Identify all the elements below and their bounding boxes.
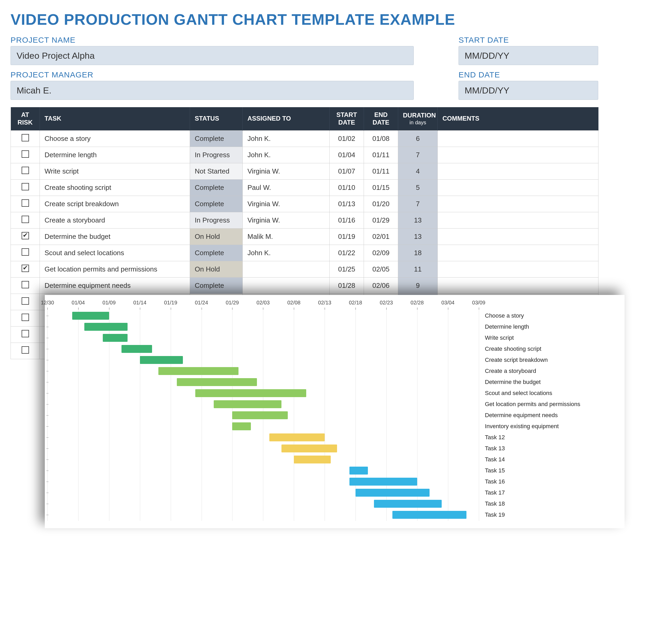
start-cell[interactable]: 01/19 [330, 228, 364, 245]
at-risk-checkbox[interactable] [22, 313, 29, 321]
task-cell[interactable]: Create shooting script [40, 179, 190, 196]
task-cell[interactable]: Get location permits and permissions [40, 261, 190, 277]
duration-cell[interactable]: 18 [398, 245, 438, 261]
task-cell[interactable]: Determine length [40, 147, 190, 163]
end-cell[interactable]: 02/01 [364, 228, 398, 245]
at-risk-checkbox[interactable] [22, 150, 29, 158]
gantt-series-label: Task 15 [485, 465, 622, 476]
start-cell[interactable]: 01/22 [330, 245, 364, 261]
duration-cell[interactable]: 7 [398, 196, 438, 212]
end-cell[interactable]: 01/20 [364, 196, 398, 212]
assigned-cell[interactable]: John K. [243, 245, 330, 261]
start-cell[interactable]: 01/28 [330, 277, 364, 294]
comments-cell[interactable] [438, 277, 598, 294]
duration-cell[interactable]: 7 [398, 147, 438, 163]
table-row: Scout and select locationsCompleteJohn K… [11, 245, 598, 261]
at-risk-checkbox[interactable] [22, 330, 29, 337]
at-risk-checkbox[interactable] [22, 134, 29, 142]
at-risk-checkbox[interactable] [22, 264, 29, 272]
assigned-cell[interactable]: Paul W. [243, 179, 330, 196]
gantt-series-label: Task 16 [485, 476, 622, 487]
start-cell[interactable]: 01/04 [330, 147, 364, 163]
at-risk-checkbox[interactable] [22, 232, 29, 239]
comments-cell[interactable] [438, 179, 598, 196]
duration-cell[interactable]: 4 [398, 163, 438, 179]
at-risk-checkbox[interactable] [22, 248, 29, 256]
status-cell[interactable]: On Hold [190, 261, 243, 277]
task-cell[interactable]: Create script breakdown [40, 196, 190, 212]
end-date-input[interactable] [459, 81, 598, 100]
start-cell[interactable]: 01/07 [330, 163, 364, 179]
task-cell[interactable]: Determine equipment needs [40, 277, 190, 294]
table-row: Get location permits and permissionsOn H… [11, 261, 598, 277]
table-row: Determine equipment needsComplete01/2802… [11, 277, 598, 294]
end-cell[interactable]: 01/11 [364, 147, 398, 163]
duration-cell[interactable]: 13 [398, 228, 438, 245]
at-risk-checkbox[interactable] [22, 199, 29, 207]
end-cell[interactable]: 02/05 [364, 261, 398, 277]
end-cell[interactable]: 01/11 [364, 163, 398, 179]
status-cell[interactable]: On Hold [190, 228, 243, 245]
start-cell[interactable]: 01/13 [330, 196, 364, 212]
start-cell[interactable]: 01/16 [330, 212, 364, 228]
end-cell[interactable]: 01/15 [364, 179, 398, 196]
assigned-cell[interactable] [243, 261, 330, 277]
at-risk-checkbox[interactable] [22, 297, 29, 305]
start-cell[interactable]: 01/25 [330, 261, 364, 277]
at-risk-checkbox[interactable] [22, 346, 29, 354]
project-name-input[interactable] [10, 46, 414, 65]
comments-cell[interactable] [438, 130, 598, 147]
status-cell[interactable]: Complete [190, 130, 243, 147]
duration-cell[interactable]: 6 [398, 130, 438, 147]
gantt-series-label: Task 18 [485, 498, 622, 509]
status-cell[interactable]: Complete [190, 179, 243, 196]
assigned-cell[interactable]: Virginia W. [243, 196, 330, 212]
gantt-bar [84, 323, 127, 331]
assigned-cell[interactable]: Virginia W. [243, 212, 330, 228]
duration-cell[interactable]: 9 [398, 277, 438, 294]
project-manager-input[interactable] [10, 81, 414, 100]
axis-tick-label: 01/29 [225, 300, 239, 306]
gantt-bar [294, 456, 331, 463]
assigned-cell[interactable] [243, 277, 330, 294]
task-cell[interactable]: Determine the budget [40, 228, 190, 245]
status-cell[interactable]: Complete [190, 245, 243, 261]
end-cell[interactable]: 02/09 [364, 245, 398, 261]
status-cell[interactable]: In Progress [190, 147, 243, 163]
at-risk-checkbox[interactable] [22, 167, 29, 174]
comments-cell[interactable] [438, 245, 598, 261]
at-risk-checkbox[interactable] [22, 183, 29, 191]
gantt-bar [140, 356, 183, 364]
end-cell[interactable]: 01/29 [364, 212, 398, 228]
end-cell[interactable]: 02/06 [364, 277, 398, 294]
assigned-cell[interactable]: Virginia W. [243, 163, 330, 179]
status-cell[interactable]: Complete [190, 196, 243, 212]
task-cell[interactable]: Scout and select locations [40, 245, 190, 261]
comments-cell[interactable] [438, 261, 598, 277]
comments-cell[interactable] [438, 196, 598, 212]
duration-cell[interactable]: 5 [398, 179, 438, 196]
at-risk-checkbox[interactable] [22, 281, 29, 288]
start-cell[interactable]: 01/02 [330, 130, 364, 147]
start-date-input[interactable] [459, 46, 598, 65]
assigned-cell[interactable]: John K. [243, 147, 330, 163]
comments-cell[interactable] [438, 163, 598, 179]
status-cell[interactable]: In Progress [190, 212, 243, 228]
task-cell[interactable]: Write script [40, 163, 190, 179]
at-risk-checkbox[interactable] [22, 216, 29, 223]
comments-cell[interactable] [438, 212, 598, 228]
duration-cell[interactable]: 13 [398, 212, 438, 228]
task-cell[interactable]: Choose a story [40, 130, 190, 147]
status-cell[interactable]: Not Started [190, 163, 243, 179]
start-cell[interactable]: 01/10 [330, 179, 364, 196]
comments-cell[interactable] [438, 228, 598, 245]
end-cell[interactable]: 01/08 [364, 130, 398, 147]
status-cell[interactable]: Complete [190, 277, 243, 294]
start-date-label: START DATE [459, 35, 598, 45]
axis-tick-label: 01/19 [164, 300, 177, 306]
assigned-cell[interactable]: Malik M. [243, 228, 330, 245]
duration-cell[interactable]: 11 [398, 261, 438, 277]
assigned-cell[interactable]: John K. [243, 130, 330, 147]
task-cell[interactable]: Create a storyboard [40, 212, 190, 228]
comments-cell[interactable] [438, 147, 598, 163]
